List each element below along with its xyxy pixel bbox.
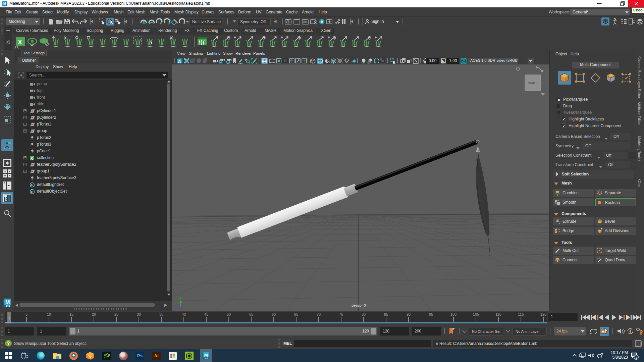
svg-text:M: M [5,300,10,305]
svg-text:z: z [173,307,175,310]
svg-text:IPR: IPR [303,21,307,23]
svg-text:{;}: {;} [636,343,642,346]
svg-text:M: M [204,353,208,358]
svg-text:X: X [18,39,22,46]
svg-text:y: y [179,297,181,300]
svg-text:AYA: AYA [6,305,10,307]
svg-text:2: 2 [636,356,637,359]
svg-text:A: A [178,59,181,63]
svg-text:RIGHT: RIGHT [528,81,537,85]
svg-text:persp -X: persp -X [352,303,367,307]
svg-text:ON: ON [462,60,466,62]
svg-text:X: X [31,156,33,160]
svg-text:AYA: AYA [204,357,208,359]
svg-text:T: T [303,59,306,63]
